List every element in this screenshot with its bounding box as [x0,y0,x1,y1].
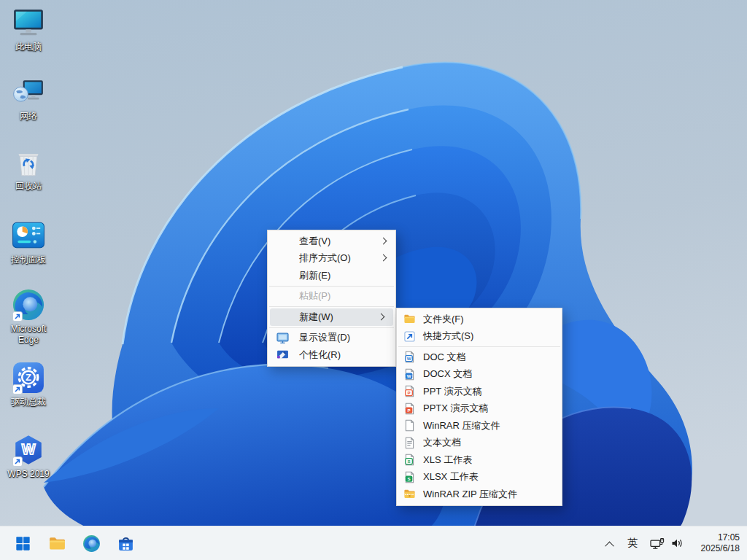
menu-item-new-pptx[interactable]: PPPTX 演示文稿 [397,400,562,418]
menu-item-refresh[interactable]: 刷新(E) [268,267,395,284]
control-panel-icon [12,219,45,252]
edge-icon [12,288,45,322]
svg-text:S: S [407,459,410,464]
xls-icon: S [403,454,416,466]
personalize-icon [276,349,289,361]
clock-date: 2025/6/18 [694,543,740,554]
menu-item-label: 粘贴(P) [299,289,330,303]
chevron-right-icon [380,254,387,262]
taskbar-file-explorer-button[interactable] [47,534,66,553]
desktop-icon-wps-2019[interactable]: WWPS 2019 [4,433,53,480]
menu-item-new-text[interactable]: 文本文档 [397,435,562,452]
taskbar-microsoft-store-button[interactable] [116,534,135,553]
recycle-bin-icon [12,145,45,179]
svg-text:S: S [407,476,410,481]
ime-indicator[interactable]: 英 [627,537,638,550]
menu-item-label: 刷新(E) [299,269,330,282]
desktop-icon-label: 控制面板 [4,254,53,265]
menu-item-label: XLSX 工作表 [423,470,479,483]
rar-icon [403,419,416,432]
menu-item-new-folder[interactable]: 文件夹(F) [397,311,562,328]
taskbar-start-button[interactable] [13,534,32,553]
menu-item-new-docx[interactable]: WDOCX 文档 [397,366,562,384]
display-settings-icon [276,332,289,344]
ppt-icon: P [403,385,416,397]
menu-separator [398,346,560,347]
desktop-icon-label: 回收站 [4,181,53,192]
clock-time: 17:05 [694,532,740,543]
docx-icon: W [403,368,416,381]
svg-text:W: W [22,441,36,457]
desktop-icon-driver-master[interactable]: Z驱动总裁 [4,361,53,408]
menu-item-label: DOCX 文档 [423,368,472,381]
menu-item-new-doc[interactable]: WDOC 文档 [397,349,562,366]
desktop-icon-recycle-bin[interactable]: 回收站 [4,145,53,192]
taskbar-apps [13,526,135,560]
menu-item-label: PPT 演示文稿 [423,385,482,398]
shortcut-arrow-icon [12,311,23,322]
this-pc-icon [12,6,45,39]
menu-item-label: 快捷方式(S) [423,330,473,343]
tray-chevron-up-icon[interactable] [605,541,614,551]
pptx-icon: P [403,402,416,415]
desktop-icon-label: Microsoft Edge [4,324,53,346]
menu-item-new-zip[interactable]: WinRAR ZIP 压缩文件 [397,486,562,503]
chevron-right-icon [380,237,387,244]
svg-text:Z: Z [26,372,31,383]
desktop-icon-network[interactable]: 网络 [4,75,53,122]
menu-item-label: 个性化(R) [299,349,341,362]
menu-item-view[interactable]: 查看(V) [268,233,395,250]
clock[interactable]: 17:05 2025/6/18 [694,532,740,554]
desktop-icon-microsoft-edge[interactable]: Microsoft Edge [4,288,53,346]
menu-item-new-xls[interactable]: SXLS 工作表 [397,451,562,469]
svg-text:P: P [407,390,410,395]
shortcut-arrow-icon [12,456,23,467]
taskbar: 英 17:05 2025/6/18 [0,526,747,560]
svg-text:W: W [407,373,411,378]
taskbar-edge-button[interactable] [82,534,101,553]
shortcut-icon [403,330,416,343]
menu-item-paste[interactable]: 粘贴(P) [268,288,395,306]
system-tray: 英 17:05 2025/6/18 [606,526,740,560]
menu-item-display-settings[interactable]: 显示设置(D) [268,330,395,347]
chevron-right-icon [378,313,385,320]
new-submenu: 文件夹(F)快捷方式(S)WDOC 文档WDOCX 文档PPPT 演示文稿PPP… [396,308,562,506]
menu-item-label: 新建(W) [299,311,333,324]
menu-item-new[interactable]: 新建(W) [270,308,393,326]
menu-item-label: DOC 文档 [423,351,466,364]
desktop-icon-control-panel[interactable]: 控制面板 [4,219,53,265]
desktop-icon-this-pc[interactable]: 此电脑 [4,6,53,52]
menu-separator [269,306,394,307]
desktop-icon-label: 网络 [4,111,53,122]
menu-item-label: 文件夹(F) [423,313,464,326]
menu-item-new-xlsx[interactable]: SXLSX 工作表 [397,469,562,486]
svg-text:W: W [407,356,411,361]
txt-icon [403,437,416,449]
zip-icon [403,488,416,500]
menu-item-sort-by[interactable]: 排序方式(O) [268,250,395,268]
xlsx-icon: S [403,471,416,483]
menu-item-label: 显示设置(D) [299,331,350,344]
doc-icon: W [403,351,416,363]
menu-item-label: 查看(V) [299,235,330,248]
network-icon [12,75,45,109]
menu-separator [269,286,394,287]
volume-icon[interactable] [671,537,684,549]
menu-item-personalize[interactable]: 个性化(R) [268,346,395,364]
desktop-icon-label: WPS 2019 [4,469,53,480]
network-status-icon[interactable] [650,537,665,550]
shortcut-arrow-icon [12,384,23,394]
menu-item-new-ppt[interactable]: PPPT 演示文稿 [397,383,562,400]
menu-item-label: XLS 工作表 [423,454,472,467]
menu-item-new-shortcut[interactable]: 快捷方式(S) [397,328,562,346]
svg-text:P: P [407,408,410,413]
menu-item-new-winrar[interactable]: WinRAR 压缩文件 [397,417,562,435]
menu-separator [269,327,394,328]
desktop-icon-label: 此电脑 [4,42,53,52]
desktop-icon-label: 驱动总裁 [4,397,53,408]
menu-item-label: PPTX 演示文稿 [423,402,489,415]
folder-icon [403,313,416,325]
wps-icon: W [12,433,45,467]
desktop-context-menu: 查看(V)排序方式(O)刷新(E)粘贴(P)新建(W)显示设置(D)个性化(R) [267,230,396,367]
menu-item-label: WinRAR 压缩文件 [423,419,500,432]
